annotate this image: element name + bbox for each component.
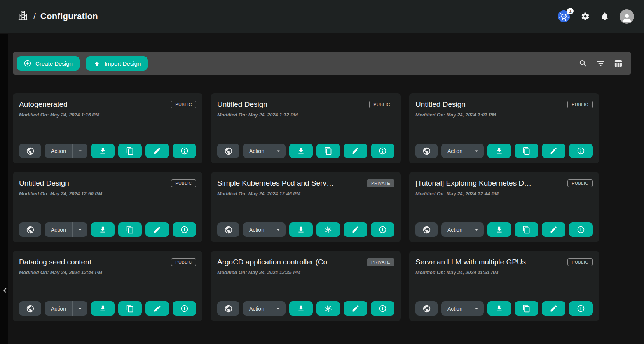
download-button[interactable] bbox=[487, 301, 511, 316]
edit-button[interactable] bbox=[344, 144, 367, 158]
visibility-globe-button[interactable] bbox=[19, 144, 41, 158]
info-button[interactable] bbox=[569, 222, 593, 237]
download-button[interactable] bbox=[487, 144, 511, 158]
info-button[interactable] bbox=[173, 144, 196, 158]
info-icon bbox=[180, 147, 188, 155]
action-dropdown-toggle[interactable] bbox=[73, 148, 87, 155]
swirl-icon bbox=[324, 304, 332, 313]
clone-button[interactable] bbox=[316, 144, 340, 158]
filter-button[interactable] bbox=[596, 59, 605, 68]
edit-button[interactable] bbox=[542, 144, 565, 158]
action-dropdown-toggle[interactable] bbox=[271, 148, 286, 155]
visibility-globe-button[interactable] bbox=[415, 301, 438, 316]
download-button[interactable] bbox=[289, 144, 313, 158]
edit-button[interactable] bbox=[145, 301, 169, 316]
design-card: Untitled Design PUBLIC Modified On: May … bbox=[409, 93, 599, 163]
visibility-badge: PUBLIC bbox=[171, 101, 196, 108]
user-avatar[interactable] bbox=[620, 9, 634, 24]
visibility-globe-button[interactable] bbox=[415, 222, 438, 237]
visibility-globe-button[interactable] bbox=[415, 144, 438, 158]
info-button[interactable] bbox=[371, 222, 394, 237]
info-icon bbox=[379, 147, 387, 155]
action-split-button[interactable]: Action bbox=[45, 222, 87, 237]
action-split-button[interactable]: Action bbox=[45, 301, 87, 316]
info-button[interactable] bbox=[371, 301, 394, 316]
visibility-globe-button[interactable] bbox=[19, 301, 41, 316]
action-split-button[interactable]: Action bbox=[243, 301, 286, 316]
design-title: [Tutorial] Exploring Kubernetes D… bbox=[415, 178, 531, 188]
action-split-button[interactable]: Action bbox=[441, 301, 484, 316]
action-dropdown-toggle[interactable] bbox=[469, 148, 484, 155]
chevron-down-icon bbox=[275, 305, 282, 312]
download-button[interactable] bbox=[91, 301, 115, 316]
organization-building-icon[interactable] bbox=[17, 10, 29, 23]
info-button[interactable] bbox=[173, 301, 196, 316]
modified-on-text: Modified On: May 24, 2024 12:44 PM bbox=[415, 191, 593, 196]
info-button[interactable] bbox=[173, 222, 196, 237]
download-button[interactable] bbox=[487, 222, 511, 237]
settings-button[interactable] bbox=[581, 12, 590, 21]
clone-button[interactable] bbox=[118, 144, 142, 158]
collapse-panel-button[interactable] bbox=[0, 285, 10, 296]
design-card: Untitled Design PUBLIC Modified On: May … bbox=[13, 172, 202, 242]
edit-button[interactable] bbox=[542, 301, 565, 316]
design-card: ArgoCD application controller (Co… PRIVA… bbox=[211, 251, 401, 321]
download-icon bbox=[99, 226, 107, 234]
create-design-button[interactable]: Create Design bbox=[17, 56, 80, 71]
info-button[interactable] bbox=[569, 301, 593, 316]
visibility-badge: PUBLIC bbox=[171, 258, 196, 266]
download-button[interactable] bbox=[289, 222, 313, 237]
download-button[interactable] bbox=[91, 144, 115, 158]
visibility-globe-button[interactable] bbox=[217, 301, 239, 316]
action-dropdown-toggle[interactable] bbox=[271, 226, 286, 233]
action-dropdown-toggle[interactable] bbox=[73, 305, 87, 312]
info-icon bbox=[180, 304, 188, 313]
notifications-button[interactable] bbox=[600, 12, 609, 21]
action-split-button[interactable]: Action bbox=[45, 144, 87, 158]
visibility-globe-button[interactable] bbox=[217, 222, 239, 237]
clone-button[interactable] bbox=[515, 144, 538, 158]
edit-button[interactable] bbox=[145, 144, 169, 158]
design-card: Datadog seed content PUBLIC Modified On:… bbox=[13, 251, 202, 321]
breadcrumb: / Configuration bbox=[17, 10, 98, 23]
edit-button[interactable] bbox=[344, 301, 367, 316]
action-split-button[interactable]: Action bbox=[441, 222, 484, 237]
design-swirl-button[interactable] bbox=[316, 301, 340, 316]
designs-grid: Autogenerated PUBLIC Modified On: May 24… bbox=[13, 93, 595, 321]
clone-button[interactable] bbox=[515, 301, 538, 316]
modified-on-text: Modified On: May 24, 2024 1:12 PM bbox=[217, 112, 394, 118]
visibility-globe-button[interactable] bbox=[217, 144, 239, 158]
modified-on-text: Modified On: May 24, 2024 12:44 PM bbox=[19, 270, 196, 275]
globe-icon bbox=[422, 226, 431, 234]
import-design-button[interactable]: Import Design bbox=[86, 56, 148, 71]
edit-button[interactable] bbox=[145, 222, 169, 237]
info-button[interactable] bbox=[371, 144, 394, 158]
action-dropdown-toggle[interactable] bbox=[469, 226, 484, 233]
visibility-badge: PUBLIC bbox=[171, 179, 196, 187]
clone-button[interactable] bbox=[118, 301, 142, 316]
bell-icon bbox=[600, 12, 609, 21]
action-split-button[interactable]: Action bbox=[243, 144, 286, 158]
edit-button[interactable] bbox=[344, 222, 367, 237]
action-dropdown-toggle[interactable] bbox=[271, 305, 286, 312]
clone-button[interactable] bbox=[118, 222, 142, 237]
info-icon bbox=[379, 304, 387, 313]
design-swirl-button[interactable] bbox=[316, 222, 340, 237]
download-button[interactable] bbox=[91, 222, 115, 237]
visibility-globe-button[interactable] bbox=[19, 222, 41, 237]
chevron-down-icon bbox=[77, 148, 84, 155]
search-button[interactable] bbox=[579, 59, 588, 68]
info-button[interactable] bbox=[569, 144, 593, 158]
action-dropdown-toggle[interactable] bbox=[73, 226, 87, 233]
table-view-button[interactable] bbox=[614, 59, 623, 68]
action-split-button[interactable]: Action bbox=[441, 144, 484, 158]
download-button[interactable] bbox=[289, 301, 313, 316]
globe-icon bbox=[224, 226, 233, 234]
edit-button[interactable] bbox=[542, 222, 565, 237]
kubernetes-context-button[interactable]: 1 bbox=[557, 10, 571, 23]
action-dropdown-toggle[interactable] bbox=[469, 305, 484, 312]
clone-button[interactable] bbox=[515, 222, 538, 237]
action-split-button[interactable]: Action bbox=[243, 222, 286, 237]
chevron-down-icon bbox=[77, 305, 84, 312]
pencil-icon bbox=[351, 304, 360, 313]
